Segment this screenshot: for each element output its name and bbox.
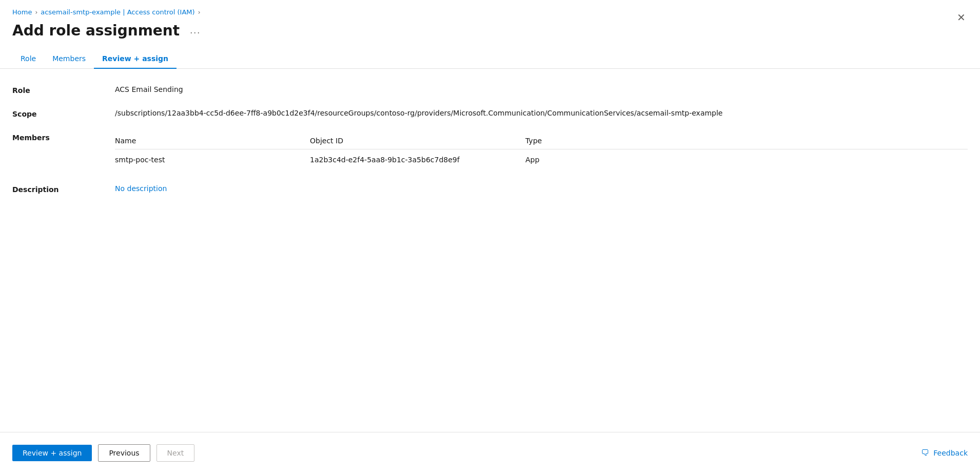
col-header-object-id: Object ID <box>310 133 525 149</box>
feedback-label: Feedback <box>933 449 968 457</box>
scope-label: Scope <box>12 109 115 118</box>
members-table: Name Object ID Type smtp-poc-test 1a2b3c… <box>115 133 968 170</box>
main-content: Role ACS Email Sending Scope /subscripti… <box>0 85 980 194</box>
member-object-id: 1a2b3c4d-e2f4-5aa8-9b1c-3a5b6c7d8e9f <box>310 149 525 171</box>
table-row: smtp-poc-test 1a2b3c4d-e2f4-5aa8-9b1c-3a… <box>115 149 968 171</box>
footer: Review + assign Previous Next 🗨 Feedback <box>0 432 980 473</box>
ellipsis-button[interactable]: ... <box>186 23 205 38</box>
close-button[interactable]: ✕ <box>955 10 968 25</box>
members-section: Members Name Object ID Type smtp-poc-tes… <box>12 133 968 170</box>
description-label: Description <box>12 184 115 194</box>
member-name: smtp-poc-test <box>115 149 310 171</box>
breadcrumb: Home › acsemail-smtp-example | Access co… <box>0 0 980 20</box>
col-header-name: Name <box>115 133 310 149</box>
description-row: Description No description <box>12 184 968 194</box>
tab-review-assign[interactable]: Review + assign <box>94 49 177 69</box>
description-value: No description <box>115 184 167 193</box>
member-type: App <box>525 149 968 171</box>
feedback-icon: 🗨 <box>921 448 929 458</box>
breadcrumb-sep-2: › <box>198 9 201 16</box>
previous-button[interactable]: Previous <box>98 444 150 462</box>
page-title: Add role assignment <box>12 22 180 39</box>
role-row: Role ACS Email Sending <box>12 85 968 94</box>
feedback-button[interactable]: 🗨 Feedback <box>921 448 968 458</box>
col-header-type: Type <box>525 133 968 149</box>
review-assign-button[interactable]: Review + assign <box>12 445 92 461</box>
members-label: Members <box>12 133 115 142</box>
next-button: Next <box>156 444 195 462</box>
tabs-container: Role Members Review + assign <box>0 49 980 69</box>
scope-value: /subscriptions/12aa3bb4-cc5d-d6ee-7ff8-a… <box>115 109 722 117</box>
role-label: Role <box>12 85 115 94</box>
tab-members[interactable]: Members <box>44 49 94 69</box>
role-value: ACS Email Sending <box>115 85 183 93</box>
page-header: Add role assignment ... <box>0 20 980 49</box>
tab-role[interactable]: Role <box>12 49 44 69</box>
breadcrumb-sep-1: › <box>35 9 37 16</box>
breadcrumb-iam[interactable]: acsemail-smtp-example | Access control (… <box>41 8 194 16</box>
members-table-header-row: Name Object ID Type <box>115 133 968 149</box>
breadcrumb-home[interactable]: Home <box>12 8 32 16</box>
scope-row: Scope /subscriptions/12aa3bb4-cc5d-d6ee-… <box>12 109 968 118</box>
